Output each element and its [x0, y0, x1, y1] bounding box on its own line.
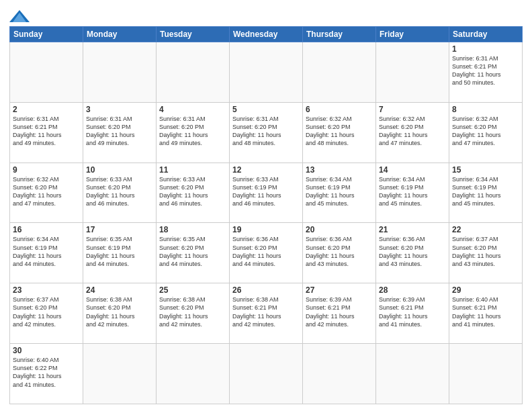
week-row-0: 1Sunrise: 6:31 AM Sunset: 6:21 PM Daylig… — [10, 42, 523, 103]
weekday-header-monday: Monday — [83, 27, 157, 42]
day-info: Sunrise: 6:33 AM Sunset: 6:19 PM Dayligh… — [232, 175, 300, 208]
weekday-header-friday: Friday — [376, 27, 449, 42]
day-number: 2 — [13, 105, 80, 114]
calendar-cell — [303, 42, 376, 103]
day-info: Sunrise: 6:37 AM Sunset: 6:20 PM Dayligh… — [452, 235, 519, 268]
calendar-cell: 12Sunrise: 6:33 AM Sunset: 6:19 PM Dayli… — [230, 163, 303, 223]
day-info: Sunrise: 6:32 AM Sunset: 6:20 PM Dayligh… — [13, 175, 80, 208]
weekday-header-thursday: Thursday — [303, 27, 376, 42]
day-number: 24 — [86, 285, 153, 295]
weekday-header-sunday: Sunday — [10, 27, 83, 42]
weekday-header-wednesday: Wednesday — [230, 27, 303, 42]
day-number: 20 — [306, 225, 373, 234]
calendar-cell: 2Sunrise: 6:31 AM Sunset: 6:21 PM Daylig… — [10, 102, 83, 163]
day-info: Sunrise: 6:36 AM Sunset: 6:20 PM Dayligh… — [306, 235, 373, 268]
day-number: 16 — [13, 225, 80, 234]
day-info: Sunrise: 6:39 AM Sunset: 6:21 PM Dayligh… — [379, 295, 446, 328]
calendar-cell: 9Sunrise: 6:32 AM Sunset: 6:20 PM Daylig… — [10, 163, 83, 223]
day-number: 23 — [13, 285, 80, 295]
week-row-5: 30Sunrise: 6:40 AM Sunset: 6:22 PM Dayli… — [10, 344, 523, 404]
day-info: Sunrise: 6:32 AM Sunset: 6:20 PM Dayligh… — [379, 115, 446, 148]
day-number: 30 — [13, 346, 80, 355]
day-number: 17 — [86, 225, 153, 234]
calendar-cell: 11Sunrise: 6:33 AM Sunset: 6:20 PM Dayli… — [157, 163, 230, 223]
day-number: 15 — [452, 165, 519, 175]
calendar-cell: 14Sunrise: 6:34 AM Sunset: 6:19 PM Dayli… — [376, 163, 449, 223]
calendar-cell: 13Sunrise: 6:34 AM Sunset: 6:19 PM Dayli… — [303, 163, 376, 223]
day-number: 4 — [159, 105, 226, 114]
logo — [9, 9, 30, 22]
calendar-cell — [157, 344, 230, 404]
day-info: Sunrise: 6:32 AM Sunset: 6:20 PM Dayligh… — [452, 115, 519, 148]
day-info: Sunrise: 6:38 AM Sunset: 6:21 PM Dayligh… — [232, 295, 300, 328]
day-info: Sunrise: 6:40 AM Sunset: 6:21 PM Dayligh… — [452, 295, 519, 328]
calendar-cell: 7Sunrise: 6:32 AM Sunset: 6:20 PM Daylig… — [376, 102, 449, 163]
day-info: Sunrise: 6:34 AM Sunset: 6:19 PM Dayligh… — [13, 235, 80, 268]
calendar-cell — [449, 344, 523, 404]
day-number: 10 — [86, 165, 153, 175]
day-info: Sunrise: 6:31 AM Sunset: 6:21 PM Dayligh… — [452, 54, 519, 87]
calendar-cell — [303, 344, 376, 404]
day-info: Sunrise: 6:32 AM Sunset: 6:20 PM Dayligh… — [306, 115, 373, 148]
day-info: Sunrise: 6:34 AM Sunset: 6:19 PM Dayligh… — [379, 175, 446, 208]
day-info: Sunrise: 6:36 AM Sunset: 6:20 PM Dayligh… — [379, 235, 446, 268]
calendar-cell: 4Sunrise: 6:31 AM Sunset: 6:20 PM Daylig… — [157, 102, 230, 163]
logo-icon — [9, 10, 30, 22]
calendar-cell — [83, 344, 157, 404]
day-info: Sunrise: 6:38 AM Sunset: 6:20 PM Dayligh… — [159, 295, 226, 328]
day-info: Sunrise: 6:31 AM Sunset: 6:20 PM Dayligh… — [86, 115, 153, 148]
day-number: 21 — [379, 225, 446, 234]
calendar-cell: 26Sunrise: 6:38 AM Sunset: 6:21 PM Dayli… — [230, 283, 303, 344]
day-info: Sunrise: 6:33 AM Sunset: 6:20 PM Dayligh… — [159, 175, 226, 208]
calendar-cell: 18Sunrise: 6:35 AM Sunset: 6:20 PM Dayli… — [157, 223, 230, 283]
calendar-cell: 23Sunrise: 6:37 AM Sunset: 6:20 PM Dayli… — [10, 283, 83, 344]
day-info: Sunrise: 6:34 AM Sunset: 6:19 PM Dayligh… — [306, 175, 373, 208]
day-info: Sunrise: 6:33 AM Sunset: 6:20 PM Dayligh… — [86, 175, 153, 208]
calendar-cell: 17Sunrise: 6:35 AM Sunset: 6:19 PM Dayli… — [83, 223, 157, 283]
day-number: 8 — [452, 105, 519, 114]
day-info: Sunrise: 6:31 AM Sunset: 6:20 PM Dayligh… — [232, 115, 300, 148]
day-number: 28 — [379, 285, 446, 295]
calendar-cell — [10, 42, 83, 103]
calendar-cell: 15Sunrise: 6:34 AM Sunset: 6:19 PM Dayli… — [449, 163, 523, 223]
calendar-cell: 16Sunrise: 6:34 AM Sunset: 6:19 PM Dayli… — [10, 223, 83, 283]
day-info: Sunrise: 6:40 AM Sunset: 6:22 PM Dayligh… — [13, 356, 80, 389]
day-number: 14 — [379, 165, 446, 175]
calendar-cell: 19Sunrise: 6:36 AM Sunset: 6:20 PM Dayli… — [230, 223, 303, 283]
day-number: 6 — [306, 105, 373, 114]
week-row-3: 16Sunrise: 6:34 AM Sunset: 6:19 PM Dayli… — [10, 223, 523, 283]
calendar-cell: 8Sunrise: 6:32 AM Sunset: 6:20 PM Daylig… — [449, 102, 523, 163]
day-number: 5 — [232, 105, 300, 114]
week-row-4: 23Sunrise: 6:37 AM Sunset: 6:20 PM Dayli… — [10, 283, 523, 344]
calendar-cell: 6Sunrise: 6:32 AM Sunset: 6:20 PM Daylig… — [303, 102, 376, 163]
calendar-cell: 21Sunrise: 6:36 AM Sunset: 6:20 PM Dayli… — [376, 223, 449, 283]
weekday-header-row: SundayMondayTuesdayWednesdayThursdayFrid… — [10, 27, 523, 42]
calendar-cell: 3Sunrise: 6:31 AM Sunset: 6:20 PM Daylig… — [83, 102, 157, 163]
day-info: Sunrise: 6:37 AM Sunset: 6:20 PM Dayligh… — [13, 295, 80, 328]
day-number: 1 — [452, 44, 519, 54]
calendar-cell: 5Sunrise: 6:31 AM Sunset: 6:20 PM Daylig… — [230, 102, 303, 163]
day-info: Sunrise: 6:31 AM Sunset: 6:20 PM Dayligh… — [159, 115, 226, 148]
calendar-cell: 24Sunrise: 6:38 AM Sunset: 6:20 PM Dayli… — [83, 283, 157, 344]
day-number: 19 — [232, 225, 300, 234]
day-number: 18 — [159, 225, 226, 234]
calendar-cell — [230, 42, 303, 103]
weekday-header-saturday: Saturday — [449, 27, 523, 42]
week-row-1: 2Sunrise: 6:31 AM Sunset: 6:21 PM Daylig… — [10, 102, 523, 163]
day-number: 13 — [306, 165, 373, 175]
day-number: 9 — [13, 165, 80, 175]
calendar-cell: 22Sunrise: 6:37 AM Sunset: 6:20 PM Dayli… — [449, 223, 523, 283]
page: SundayMondayTuesdayWednesdayThursdayFrid… — [0, 0, 532, 411]
calendar-cell: 27Sunrise: 6:39 AM Sunset: 6:21 PM Dayli… — [303, 283, 376, 344]
day-number: 29 — [452, 285, 519, 295]
weekday-header-tuesday: Tuesday — [157, 27, 230, 42]
day-number: 3 — [86, 105, 153, 114]
day-info: Sunrise: 6:35 AM Sunset: 6:19 PM Dayligh… — [86, 235, 153, 268]
calendar-cell — [83, 42, 157, 103]
day-info: Sunrise: 6:31 AM Sunset: 6:21 PM Dayligh… — [13, 115, 80, 148]
calendar-cell: 30Sunrise: 6:40 AM Sunset: 6:22 PM Dayli… — [10, 344, 83, 404]
day-info: Sunrise: 6:34 AM Sunset: 6:19 PM Dayligh… — [452, 175, 519, 208]
day-number: 12 — [232, 165, 300, 175]
calendar-cell: 10Sunrise: 6:33 AM Sunset: 6:20 PM Dayli… — [83, 163, 157, 223]
day-info: Sunrise: 6:36 AM Sunset: 6:20 PM Dayligh… — [232, 235, 300, 268]
